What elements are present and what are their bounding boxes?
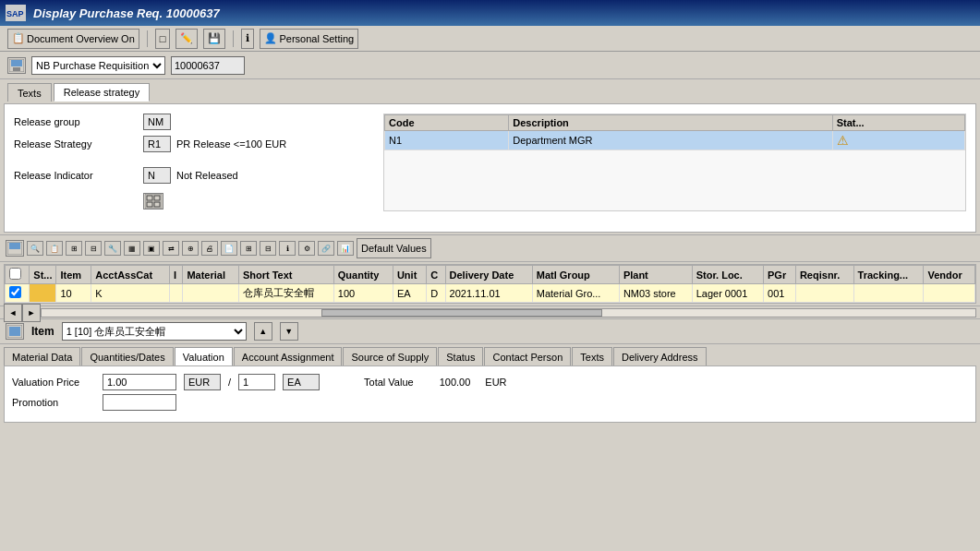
save-button[interactable]: 💾 <box>203 29 225 49</box>
release-right-panel: Code Description Stat... N1 Department M… <box>383 114 966 211</box>
col-status: Stat... <box>832 115 964 131</box>
toolbar-icon-15[interactable]: ⚙ <box>298 241 315 256</box>
promotion-input[interactable] <box>103 394 176 411</box>
cell-tracking <box>853 284 924 303</box>
total-value: 100.00 <box>440 377 471 388</box>
item-down-btn[interactable]: ▼ <box>280 322 298 341</box>
svg-rect-11 <box>9 243 20 249</box>
col-reqisnr: Reqisnr. <box>795 266 853 284</box>
item-selector[interactable]: 1 [10] 仓库员工安全帽 <box>62 322 247 341</box>
default-values-button[interactable]: Default Values <box>357 238 431 258</box>
col-qty: Quantity <box>333 266 393 284</box>
col-material: Material <box>183 266 239 284</box>
per-qty-input[interactable] <box>238 374 275 390</box>
svg-rect-4 <box>13 67 20 71</box>
toolbar-icon-10[interactable]: 🖨 <box>201 241 218 256</box>
tab-quantities-dates[interactable]: Quantities/Dates <box>81 347 173 365</box>
item-label: Item <box>31 325 54 338</box>
toolbar-icon-11[interactable]: 📄 <box>221 241 237 256</box>
item-table: St... Item AcctAssCat I Material Short T… <box>5 265 975 303</box>
save-small-icon[interactable] <box>7 57 26 74</box>
release-indicator-value: N <box>143 167 171 184</box>
tab-valuation[interactable]: Valuation <box>175 347 233 365</box>
toolbar-icon-4[interactable]: ⊟ <box>85 241 102 256</box>
doc-number-input[interactable] <box>171 56 245 75</box>
svg-text:SAP: SAP <box>6 9 24 18</box>
sap-logo: SAP <box>6 5 26 21</box>
table-row[interactable]: 10 K 仓库员工安全帽 100 EA D 2021.11.01 Materia… <box>6 284 975 303</box>
row-checkbox[interactable] <box>9 286 21 298</box>
svg-rect-3 <box>11 60 22 66</box>
title-bar: SAP Display Purchase Req. 10000637 <box>0 0 980 26</box>
col-plant: Plant <box>619 266 692 284</box>
info-button[interactable]: ℹ <box>241 29 254 49</box>
release-table: Code Description Stat... N1 Department M… <box>384 114 965 150</box>
cell-st <box>30 284 56 303</box>
cell-shorttext: 仓库员工安全帽 <box>238 284 333 303</box>
valuation-content: Valuation Price EUR / EA Total Value 100… <box>4 365 976 423</box>
document-overview-on-button[interactable]: 📋 Document Overview On <box>7 29 139 49</box>
release-strategy-value: R1 <box>143 136 171 152</box>
grid-icon-btn[interactable] <box>143 193 163 210</box>
toolbar-icon-13[interactable]: ⊟ <box>260 241 276 256</box>
release-strategy-label: Release Strategy <box>14 138 143 150</box>
currency-unit: EUR <box>184 374 221 390</box>
cell-vendor <box>924 284 975 303</box>
col-item: Item <box>56 266 91 284</box>
toolbar-icon-1[interactable]: 🔍 <box>27 241 43 256</box>
cell-plant: NM03 store <box>619 284 692 303</box>
toolbar-icon-14[interactable]: ℹ <box>279 241 296 256</box>
col-code: Code <box>385 115 509 131</box>
scroll-right-btn[interactable]: ► <box>22 304 41 322</box>
item-section-icon[interactable] <box>6 323 24 340</box>
tab-texts[interactable]: Texts <box>7 83 52 102</box>
toolbar-icon-16[interactable]: 🔗 <box>318 241 334 256</box>
item-save-icon[interactable] <box>6 240 24 257</box>
col-tracking: Tracking... <box>853 266 924 284</box>
tab-delivery-address[interactable]: Delivery Address <box>613 347 707 365</box>
item-bottom-section: Item 1 [10] 仓库员工安全帽 ▲ ▼ <box>0 318 980 343</box>
scroll-left-btn[interactable]: ◄ <box>4 304 22 322</box>
toolbar-icon-2[interactable]: 📋 <box>46 241 63 256</box>
toolbar-icon-9[interactable]: ⊕ <box>182 241 199 256</box>
tab-release-strategy[interactable]: Release strategy <box>54 83 151 102</box>
personal-setting-button[interactable]: 👤 Personal Setting <box>260 29 358 49</box>
promotion-label: Promotion <box>12 397 95 408</box>
tab-material-data[interactable]: Material Data <box>4 347 80 365</box>
svg-rect-13 <box>9 327 20 336</box>
cell-acct: K <box>91 284 170 303</box>
new-button[interactable]: □ <box>155 29 171 49</box>
doc-type-select[interactable]: NB Purchase Requisition <box>31 56 165 75</box>
tab-status[interactable]: Status <box>438 347 483 365</box>
release-indicator-text: Not Released <box>176 170 238 181</box>
toolbar-icon-5[interactable]: 🔧 <box>104 241 121 256</box>
valuation-price-input[interactable] <box>103 374 176 390</box>
horizontal-scrollbar[interactable] <box>41 308 976 317</box>
toolbar-icon-7[interactable]: ▣ <box>143 241 160 256</box>
tab-source-of-supply[interactable]: Source of Supply <box>343 347 437 365</box>
person-icon: 👤 <box>264 32 277 44</box>
valuation-price-row: Valuation Price EUR / EA Total Value 100… <box>12 374 968 390</box>
release-section: Release group NM Release Strategy R1 PR … <box>14 114 966 211</box>
new-icon: □ <box>160 33 166 44</box>
cell-qty: 100 <box>333 284 393 303</box>
toolbar-icon-17[interactable]: 📊 <box>337 241 354 256</box>
release-strategy-row: Release Strategy R1 PR Release <=100 EUR <box>14 136 365 152</box>
select-all-checkbox[interactable] <box>9 268 21 280</box>
toolbar-icon-3[interactable]: ⊞ <box>66 241 82 256</box>
toolbar-icon-8[interactable]: ⇄ <box>163 241 179 256</box>
col-unit: Unit <box>393 266 426 284</box>
toolbar-icon-6[interactable]: ▦ <box>124 241 140 256</box>
cell-c: D <box>427 284 445 303</box>
table-row[interactable]: N1 Department MGR ⚠ <box>385 131 965 150</box>
item-up-btn[interactable]: ▲ <box>254 322 272 341</box>
tab-contact-person[interactable]: Contact Person <box>484 347 571 365</box>
cell-i <box>169 284 182 303</box>
toolbar-icon-12[interactable]: ⊞ <box>240 241 257 256</box>
tab-texts[interactable]: Texts <box>572 347 612 365</box>
cell-unit: EA <box>393 284 426 303</box>
tab-account-assignment[interactable]: Account Assignment <box>234 347 343 365</box>
edit-button[interactable]: ✏️ <box>175 29 198 49</box>
cell-pgr: 001 <box>764 284 796 303</box>
bottom-tabs-bar: Material Data Quantities/Dates Valuation… <box>0 343 980 365</box>
